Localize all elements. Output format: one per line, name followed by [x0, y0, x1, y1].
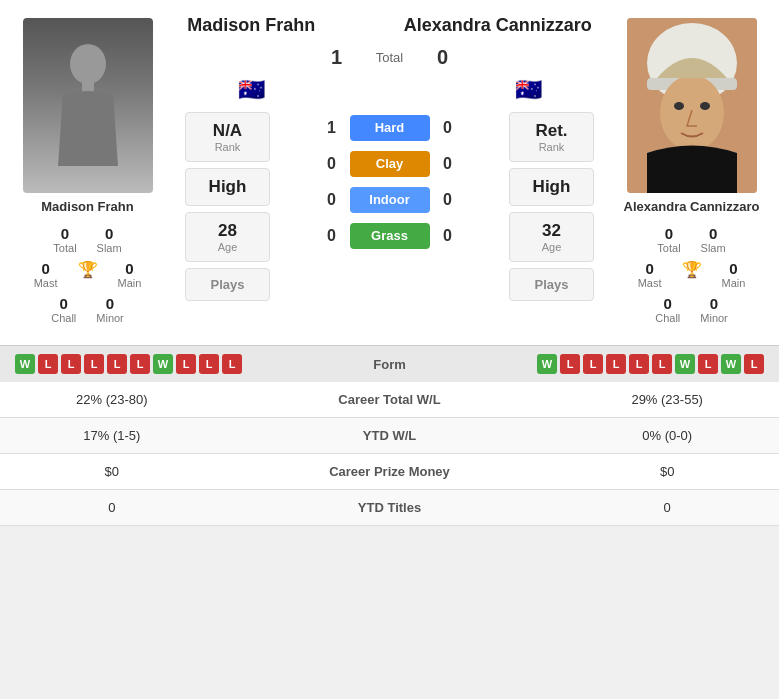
left-total-score: 1 [322, 46, 352, 69]
left-stat-main: 0 Main [118, 260, 142, 289]
right-form-badges: W L L L L L W L W L [537, 354, 764, 374]
right-player-photo [627, 18, 757, 193]
right-stat-row-2: 0 Mast 🏆 0 Main [638, 260, 746, 289]
svg-point-7 [700, 102, 710, 110]
right-stat-main: 0 Main [722, 260, 746, 289]
grass-right-score: 0 [436, 227, 460, 245]
left-stat-row-1: 0 Total 0 Slam [53, 225, 121, 254]
indoor-btn[interactable]: Indoor [350, 187, 430, 213]
left-rank-val: N/A [200, 121, 255, 141]
left-form-10: L [222, 354, 242, 374]
left-stat-minor: 0 Minor [96, 295, 124, 324]
left-flag: 🇦🇺 [238, 77, 265, 103]
right-form-7: W [675, 354, 695, 374]
career-total-left: 22% (23-80) [0, 382, 224, 418]
ytd-titles-label: YTD Titles [224, 490, 556, 526]
ytd-titles-row: 0 YTD Titles 0 [0, 490, 779, 526]
left-stat-chall: 0 Chall [51, 295, 76, 324]
grass-left-score: 0 [320, 227, 344, 245]
left-form-8: L [176, 354, 196, 374]
right-plays-val: Plays [524, 277, 579, 292]
surface-row-grass: 0 Grass 0 [270, 223, 509, 249]
right-rank-panel: Ret. Rank [509, 112, 594, 162]
left-form-7: W [153, 354, 173, 374]
right-form-4: L [606, 354, 626, 374]
left-form-2: L [38, 354, 58, 374]
ytd-titles-right: 0 [555, 490, 779, 526]
left-stat-row-3: 0 Chall 0 Minor [51, 295, 124, 324]
career-total-row: 22% (23-80) Career Total W/L 29% (23-55) [0, 382, 779, 418]
indoor-left-score: 0 [320, 191, 344, 209]
right-rank-val: Ret. [524, 121, 579, 141]
right-form-3: L [583, 354, 603, 374]
svg-rect-8 [677, 148, 707, 193]
left-form-3: L [61, 354, 81, 374]
left-player-panel: Madison Frahn 0 Total 0 Slam 0 Mast [0, 10, 175, 335]
left-side-info: N/A Rank High 28 Age Plays [175, 112, 270, 301]
prize-money-row: $0 Career Prize Money $0 [0, 454, 779, 490]
right-form-1: W [537, 354, 557, 374]
right-stat-minor: 0 Minor [700, 295, 728, 324]
left-age-label: Age [200, 241, 255, 253]
right-total-score: 0 [428, 46, 458, 69]
right-stat-total: 0 Total [657, 225, 680, 254]
left-form-badges: W L L L L L W L L L [15, 354, 242, 374]
prize-money-left: $0 [0, 454, 224, 490]
right-stat-row-3: 0 Chall 0 Minor [655, 295, 728, 324]
clay-btn[interactable]: Clay [350, 151, 430, 177]
surfaces-col: 1 Hard 0 0 Clay 0 0 Indoor 0 [270, 112, 509, 252]
hard-left-score: 1 [320, 119, 344, 137]
ytd-wl-right: 0% (0-0) [555, 418, 779, 454]
right-high-val: High [524, 177, 579, 197]
clay-left-score: 0 [320, 155, 344, 173]
prize-money-right: $0 [555, 454, 779, 490]
right-side-info: Ret. Rank High 32 Age Plays [509, 112, 604, 301]
clay-right-score: 0 [436, 155, 460, 173]
left-form-1: W [15, 354, 35, 374]
left-plays-panel: Plays [185, 268, 270, 301]
right-form-8: L [698, 354, 718, 374]
center-right-name: Alexandra Cannizzaro [404, 15, 592, 37]
right-stat-row-1: 0 Total 0 Slam [657, 225, 725, 254]
right-age-panel: 32 Age [509, 212, 594, 262]
flag-row: 🇦🇺 🇦🇺 [175, 77, 604, 103]
center-panel: Madison Frahn Alexandra Cannizzaro 1 Tot… [175, 10, 604, 335]
left-stat-mast: 0 Mast [34, 260, 58, 289]
right-player-name: Alexandra Cannizzaro [624, 199, 760, 214]
right-high-panel: High [509, 168, 594, 206]
left-rank-panel: N/A Rank [185, 112, 270, 162]
right-stat-chall: 0 Chall [655, 295, 680, 324]
left-stat-total: 0 Total [53, 225, 76, 254]
surface-row-clay: 0 Clay 0 [270, 151, 509, 177]
right-stat-slam: 0 Slam [701, 225, 726, 254]
left-high-val: High [200, 177, 255, 197]
right-stat-mast: 0 Mast [638, 260, 662, 289]
ytd-titles-left: 0 [0, 490, 224, 526]
grass-btn[interactable]: Grass [350, 223, 430, 249]
left-player-stats: 0 Total 0 Slam 0 Mast 🏆 [5, 222, 170, 327]
svg-point-5 [660, 75, 724, 151]
right-form-5: L [629, 354, 649, 374]
right-player-panel: Alexandra Cannizzaro 0 Total 0 Slam 0 M [604, 10, 779, 335]
left-age-panel: 28 Age [185, 212, 270, 262]
ytd-wl-left: 17% (1-5) [0, 418, 224, 454]
top-section: Madison Frahn 0 Total 0 Slam 0 Mast [0, 0, 779, 345]
right-plays-panel: Plays [509, 268, 594, 301]
left-player-photo [23, 18, 153, 193]
left-plays-val: Plays [200, 277, 255, 292]
career-stats-table: 22% (23-80) Career Total W/L 29% (23-55)… [0, 382, 779, 526]
left-rank-label: Rank [200, 141, 255, 153]
left-stat-row-2: 0 Mast 🏆 0 Main [34, 260, 142, 289]
career-total-label: Career Total W/L [224, 382, 556, 418]
middle-row: N/A Rank High 28 Age Plays [175, 112, 604, 301]
left-form-6: L [130, 354, 150, 374]
score-label: Total [360, 50, 420, 65]
right-rank-label: Rank [524, 141, 579, 153]
score-section: 1 Total 0 [175, 46, 604, 69]
left-form-4: L [84, 354, 104, 374]
right-form-2: L [560, 354, 580, 374]
left-stat-slam: 0 Slam [97, 225, 122, 254]
right-player-stats: 0 Total 0 Slam 0 Mast 🏆 [609, 222, 774, 327]
form-section: W L L L L L W L L L Form W L L L L L W L… [0, 345, 779, 382]
hard-btn[interactable]: Hard [350, 115, 430, 141]
